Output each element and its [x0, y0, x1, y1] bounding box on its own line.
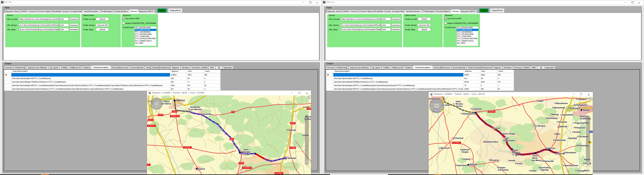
svg-text:Marie-: Marie- — [532, 157, 538, 159]
svg-text:lès-Nancy: lès-Nancy — [162, 103, 171, 105]
svg-text:Fraize: Fraize — [517, 162, 522, 165]
svg-text:Vignoble: Vignoble — [540, 169, 549, 171]
svg-text:aux-Mines: aux-Mines — [532, 159, 541, 161]
svg-text:Vendenh: Vendenh — [578, 98, 586, 101]
svg-text:Plobsheim: Plobsheim — [575, 127, 585, 129]
svg-text:D331: D331 — [158, 114, 163, 116]
svg-text:Villers-: Villers- — [163, 100, 170, 103]
svg-text:Golbey: Golbey — [463, 158, 470, 160]
svg-text:Épinal: Épinal — [470, 163, 477, 166]
svg-text:Lunéville: Lunéville — [202, 113, 211, 115]
svg-text:Épinal: Épinal — [198, 167, 205, 170]
svg-text:Erstein: Erstein — [574, 131, 581, 133]
svg-text:La Broque: La Broque — [535, 125, 545, 127]
svg-text:Sélestat: Sélestat — [288, 157, 296, 159]
svg-text:Saint-: Saint- — [456, 100, 461, 103]
svg-text:Lingolsheim: Lingolsheim — [560, 113, 574, 116]
svg-text:de-Port: de-Port — [456, 105, 463, 107]
svg-text:D570: D570 — [172, 110, 177, 112]
svg-text:A352: A352 — [290, 122, 295, 124]
svg-text:Marlenheim: Marlenheim — [554, 107, 565, 109]
svg-text:V: V — [512, 154, 514, 156]
svg-text:Aumontzey: Aumontzey — [498, 169, 508, 171]
svg-text:Kaysersberg: Kaysersberg — [539, 166, 551, 169]
svg-text:accarat: accarat — [493, 127, 500, 129]
svg-text:Ludres: Ludres — [443, 104, 450, 106]
svg-text:Benfeld: Benfeld — [570, 137, 577, 139]
svg-text:Fegersheim: Fegersheim — [575, 122, 586, 124]
svg-text:21: 21 — [148, 163, 150, 165]
svg-text:Hilsenheim: Hilsenheim — [565, 151, 576, 154]
svg-text:Rhinau: Rhinau — [578, 144, 585, 147]
svg-text:Dié-des: Dié-des — [512, 151, 520, 154]
svg-text:Châtenois: Châtenois — [546, 147, 555, 149]
svg-text:Lunéville: Lunéville — [472, 108, 482, 110]
svg-text:Rambervillers: Rambervillers — [485, 141, 498, 143]
svg-text:Dabo: Dabo — [538, 100, 543, 102]
svg-text:Granges-: Granges- — [497, 166, 506, 169]
svg-text:Barr: Barr — [556, 133, 560, 135]
svg-text:Wasselonne: Wasselonne — [556, 102, 568, 105]
svg-text:Mirecourt: Mirecourt — [441, 147, 450, 149]
svg-text:Rosheim: Rosheim — [558, 121, 567, 123]
svg-text:A330/E23: A330/E23 — [171, 115, 179, 117]
svg-text:Dié-des-: Dié-des- — [243, 151, 251, 153]
svg-text:D1083: D1083 — [290, 147, 295, 149]
svg-text:Bruyères: Bruyères — [490, 159, 499, 161]
svg-text:D974: D974 — [149, 119, 153, 121]
svg-text:Mosb: Mosb — [584, 169, 590, 172]
svg-text:D23/D415: D23/D415 — [243, 166, 251, 168]
svg-text:N59: N59 — [230, 138, 234, 140]
svg-text:Dombasle-: Dombasle- — [190, 106, 200, 108]
svg-text:Huttenheim: Huttenheim — [555, 139, 566, 141]
svg-text:D415: D415 — [239, 162, 244, 164]
svg-text:Anould: Anould — [508, 159, 515, 162]
svg-text:A35: A35 — [590, 131, 593, 133]
svg-text:Orbey: Orbey — [531, 170, 537, 172]
svg-text:ges: ges — [515, 154, 519, 156]
svg-text:Vosges: Vosges — [462, 151, 468, 153]
svg-text:Chantraine: Chantraine — [456, 164, 466, 166]
svg-text:Obernai: Obernai — [288, 129, 296, 131]
svg-text:E23/N57: E23/N57 — [453, 141, 460, 143]
svg-text:Mutzig: Mutzig — [552, 113, 558, 116]
svg-text:E25/N83: E25/N83 — [275, 172, 282, 174]
svg-text:Nancy: Nancy — [176, 99, 185, 102]
svg-text:Nicolas-: Nicolas- — [456, 103, 464, 105]
svg-text:Obernai: Obernai — [559, 125, 567, 128]
svg-text:Stras: Stras — [583, 109, 590, 111]
svg-text:tival-: tival- — [504, 137, 509, 139]
svg-text:Saint: Saint — [532, 154, 538, 157]
svg-text:sur-Meurthe: sur-Meurthe — [190, 108, 202, 111]
svg-text:lairefontaine: lairefontaine — [503, 139, 515, 142]
svg-text:Saint-: Saint- — [244, 148, 249, 151]
svg-text:Damelevières: Damelevières — [462, 113, 476, 115]
svg-text:Capavenir: Capavenir — [460, 148, 470, 151]
svg-text:N4: N4 — [232, 111, 234, 113]
svg-text:Saint-: Saint- — [512, 149, 518, 151]
svg-text:Schiltigheim: Schiltigheim — [574, 104, 587, 106]
svg-text:E52/N4: E52/N4 — [488, 111, 495, 113]
svg-text:Dorlisheim: Dorlisheim — [547, 117, 558, 119]
svg-text:Wolfisheim: Wolfisheim — [570, 107, 580, 109]
svg-text:Charmes: Charmes — [455, 137, 464, 139]
svg-text:A4/E2: A4/E2 — [307, 108, 311, 110]
svg-text:E23/N57: E23/N57 — [184, 146, 191, 148]
svg-text:Raon-l'Étape: Raon-l'Étape — [503, 132, 515, 135]
svg-text:A31/E21: A31/E21 — [148, 125, 155, 127]
svg-text:Marckolsheim: Marckolsheim — [565, 164, 578, 167]
svg-text:Ribeauvillé: Ribeauvillé — [543, 160, 554, 162]
svg-text:Vosges: Vosges — [244, 153, 250, 155]
